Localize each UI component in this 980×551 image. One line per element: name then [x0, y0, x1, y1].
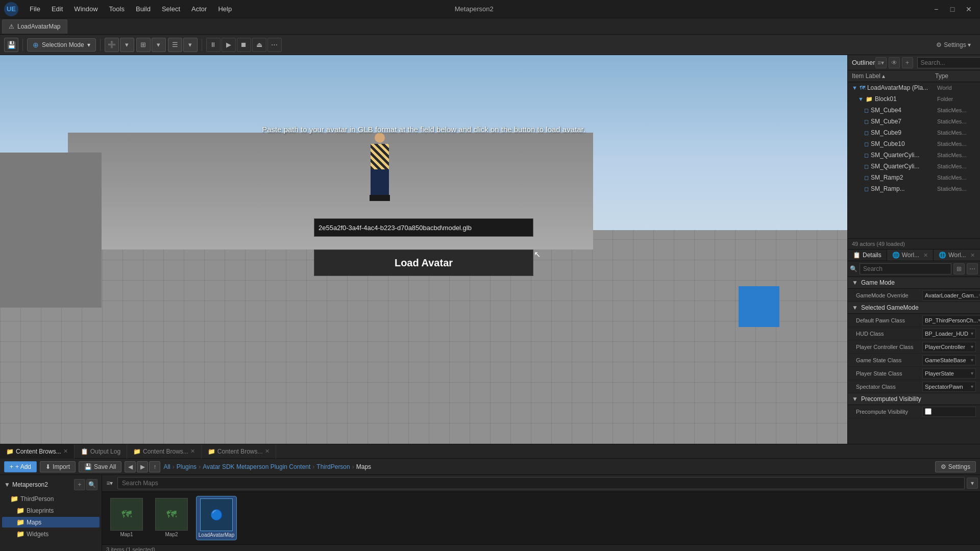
path-input-container[interactable]: [314, 218, 533, 237]
tree-item-smcube4[interactable]: ◻ SM_Cube4 StaticMes...: [848, 105, 980, 116]
sidebar-folder-blueprints[interactable]: 📁 Blueprints: [2, 505, 100, 516]
cb-tab-close-1[interactable]: ✕: [63, 448, 68, 455]
menu-help[interactable]: Help: [213, 3, 237, 15]
add-actor-dropdown[interactable]: ▾: [120, 38, 134, 52]
prop-default-pawn-value[interactable]: BP_ThirdPersonCh... ▾: [922, 315, 980, 325]
prop-hud-value[interactable]: BP_Loader_HUD ▾: [922, 329, 976, 339]
tree-item-smcube9[interactable]: ◻ SM_Cube9 StaticMes...: [848, 127, 980, 138]
asset-item-2[interactable]: 🗺 Map2: [151, 496, 192, 540]
outliner-filter-button[interactable]: ≡▾: [875, 57, 887, 68]
asset-search-input[interactable]: [117, 477, 965, 489]
nav-forward-button[interactable]: ▶: [137, 461, 148, 472]
tree-item-smqc1[interactable]: ◻ SM_QuarterCyli... StaticMes...: [848, 149, 980, 161]
filter-button[interactable]: ≡▾: [104, 478, 115, 489]
toolbar-separator-2: [100, 39, 101, 51]
prop-player-state-value[interactable]: PlayerState ▾: [922, 368, 976, 379]
sidebar-add-button[interactable]: +: [74, 479, 85, 490]
cb-settings-button[interactable]: ⚙ Settings: [935, 461, 976, 472]
play-button[interactable]: ▶: [222, 38, 236, 52]
tab-world-1[interactable]: 🌐 Worl... ✕: [887, 249, 934, 261]
menu-select[interactable]: Select: [157, 3, 185, 15]
menu-tools[interactable]: Tools: [104, 3, 130, 15]
load-avatar-button[interactable]: Load Avatar: [314, 249, 533, 276]
section-selected-gamemode[interactable]: ▼ Selected GameMode: [848, 302, 980, 314]
section-precomputed[interactable]: ▼ Precomputed Visibility: [848, 393, 980, 405]
save-all-button[interactable]: 💾 Save All: [79, 461, 121, 472]
view-button[interactable]: ☰: [168, 38, 182, 52]
menu-build[interactable]: Build: [131, 3, 156, 15]
sidebar-folder-thirdperson[interactable]: 📁 ThirdPerson: [2, 493, 100, 504]
maximize-button[interactable]: □: [945, 4, 960, 14]
path-input-field[interactable]: [318, 224, 529, 232]
menu-file[interactable]: File: [24, 3, 45, 15]
nav-back-button[interactable]: ◀: [125, 461, 136, 472]
breadcrumb-all[interactable]: All: [163, 463, 170, 470]
asset-item-3[interactable]: 🔵 LoadAvatarMap: [196, 496, 237, 540]
view-dropdown[interactable]: ▾: [183, 38, 198, 52]
cb-tab-4[interactable]: 📁 Content Brows... ✕: [202, 444, 276, 459]
section-game-mode[interactable]: ▼ Game Mode: [848, 277, 980, 289]
cb-tab-2[interactable]: 📋 Output Log: [75, 444, 127, 459]
tree-item-block01[interactable]: ▼ 📁 Block01 Folder: [848, 93, 980, 105]
precompute-checkbox[interactable]: [925, 408, 932, 415]
world2-close-icon[interactable]: ✕: [970, 252, 975, 259]
minimize-button[interactable]: −: [929, 4, 943, 14]
menu-actor[interactable]: Actor: [186, 3, 212, 15]
details-content: ▼ Game Mode GameMode Override AvatarLoad…: [848, 277, 980, 444]
cb-tab-close-4[interactable]: ✕: [265, 448, 270, 455]
add-actor-button[interactable]: ➕: [105, 38, 119, 52]
prop-player-controller-value[interactable]: PlayerController ▾: [922, 342, 976, 352]
tree-item-smcube7[interactable]: ◻ SM_Cube7 StaticMes...: [848, 116, 980, 127]
save-button[interactable]: 💾: [4, 38, 18, 52]
tree-item-label: SM_QuarterCyli...: [871, 152, 937, 159]
tab-load-avatar-map[interactable]: ⚠ LoadAvatarMap: [2, 19, 67, 34]
tree-item-world[interactable]: ▼ 🗺 LoadAvatarMap (Pla... World: [848, 82, 980, 93]
outliner-search[interactable]: [917, 57, 980, 68]
add-button[interactable]: + + Add: [4, 461, 37, 472]
sidebar-search-button[interactable]: 🔍: [86, 479, 97, 490]
menu-window[interactable]: Window: [69, 3, 103, 15]
cb-tab-3[interactable]: 📁 Content Brows... ✕: [127, 444, 202, 459]
outliner-view-button[interactable]: 👁: [889, 57, 900, 68]
snap-dropdown[interactable]: ▾: [152, 38, 166, 52]
prop-gamemode-override-value[interactable]: AvatarLoader_Gam... ↺: [922, 290, 980, 300]
menu-edit[interactable]: Edit: [46, 3, 68, 15]
cb-tab-close-3[interactable]: ✕: [190, 448, 195, 455]
snap-button[interactable]: ⊞: [136, 38, 151, 52]
tree-item-smramp2[interactable]: ◻ SM_Ramp2 StaticMes...: [848, 172, 980, 183]
prop-spectator-value[interactable]: SpectatorPawn ▾: [922, 382, 976, 392]
settings-button[interactable]: ⚙ Settings ▾: [931, 39, 976, 51]
tree-item-smcube10[interactable]: ◻ SM_Cube10 StaticMes...: [848, 138, 980, 149]
close-button[interactable]: ✕: [962, 4, 976, 14]
breadcrumb-sdk[interactable]: Avatar SDK Metaperson Plugin Content: [203, 463, 310, 470]
details-grid-view-button[interactable]: ⊞: [953, 263, 965, 274]
selection-mode-button[interactable]: ⊕ Selection Mode ▾: [27, 38, 96, 52]
cb-tab-1[interactable]: 📁 Content Brows... ✕: [0, 444, 75, 459]
details-options-button[interactable]: ⋯: [967, 263, 978, 274]
prop-precompute-value[interactable]: [922, 407, 976, 417]
tab-world-2[interactable]: 🌐 Worl... ✕: [934, 249, 980, 261]
eject-button[interactable]: ⏏: [252, 38, 266, 52]
world1-close-icon[interactable]: ✕: [923, 252, 928, 259]
breadcrumb-plugins[interactable]: Plugins: [177, 463, 197, 470]
tree-item-smramp[interactable]: ◻ SM_Ramp... StaticMes...: [848, 183, 980, 194]
asset-item-1[interactable]: 🗺 Map1: [106, 496, 147, 540]
prop-game-state-value[interactable]: GameStateBase ▾: [922, 355, 976, 365]
details-search-input[interactable]: [860, 263, 951, 274]
breadcrumb-thirdperson[interactable]: ThirdPerson: [316, 463, 350, 470]
sidebar-root-label[interactable]: ▼ Metaperson2: [4, 481, 48, 488]
nav-up-button[interactable]: ↑: [149, 461, 160, 472]
breadcrumb-maps[interactable]: Maps: [356, 463, 371, 470]
import-button[interactable]: ⬇ Import: [40, 461, 76, 472]
sidebar-folder-widgets[interactable]: 📁 Widgets: [2, 529, 100, 539]
selection-mode-label: Selection Mode: [42, 41, 84, 48]
pause-button[interactable]: ⏸: [206, 38, 220, 52]
stop-button[interactable]: ⏹: [237, 38, 251, 52]
tree-item-smqc2[interactable]: ◻ SM_QuarterCyli... StaticMes...: [848, 161, 980, 172]
tab-details[interactable]: 📋 Details: [848, 249, 887, 261]
more-options-button[interactable]: ⋯: [267, 38, 282, 52]
outliner-add-button[interactable]: +: [902, 57, 913, 68]
sidebar-folder-maps[interactable]: 📁 Maps: [2, 517, 100, 528]
viewport[interactable]: Paste path to your avatar in GLB format …: [0, 55, 847, 444]
search-dropdown-button[interactable]: ▾: [967, 478, 978, 489]
